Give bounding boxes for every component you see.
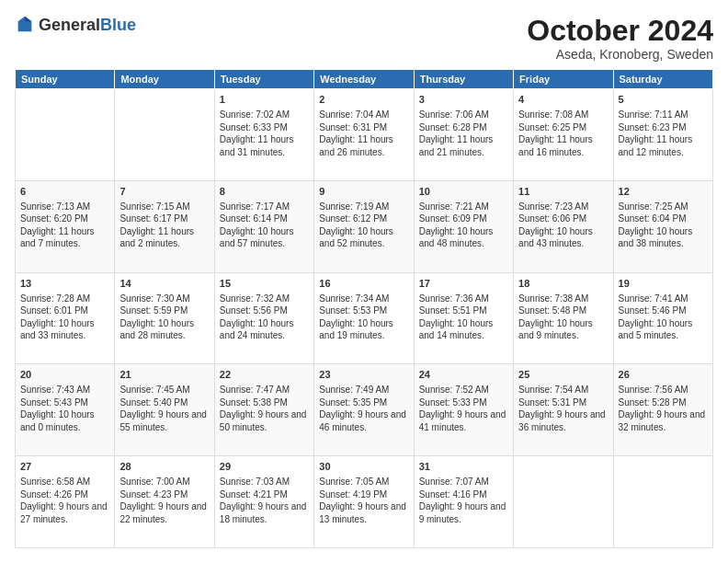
day-content: Sunset: 4:19 PM [319,488,408,501]
day-content: Sunrise: 7:43 AM [20,384,109,396]
day-content: Daylight: 10 hours and 57 minutes. [220,225,309,250]
logo-icon [15,15,35,35]
day-number: 17 [419,277,508,291]
day-number: 8 [220,185,309,199]
day-content: Sunset: 5:53 PM [319,304,408,317]
day-content: Sunset: 5:43 PM [20,396,109,409]
calendar-cell: 22Sunrise: 7:47 AMSunset: 5:38 PMDayligh… [214,364,313,456]
day-content: Sunset: 6:01 PM [20,304,109,317]
calendar-cell: 19Sunrise: 7:41 AMSunset: 5:46 PMDayligh… [613,272,712,364]
calendar-cell: 31Sunrise: 7:07 AMSunset: 4:16 PMDayligh… [414,456,513,548]
day-content: Sunrise: 7:52 AM [419,384,508,396]
day-content: Sunrise: 7:41 AM [619,293,708,305]
calendar-cell: 13Sunrise: 7:28 AMSunset: 6:01 PMDayligh… [16,272,115,364]
day-content: Daylight: 9 hours and 32 minutes. [619,408,708,433]
day-content: Daylight: 11 hours and 26 minutes. [319,133,408,158]
day-content: Sunrise: 7:02 AM [220,109,309,121]
day-content: Sunrise: 7:28 AM [20,293,109,305]
day-content: Daylight: 9 hours and 50 minutes. [220,408,309,433]
calendar-cell: 16Sunrise: 7:34 AMSunset: 5:53 PMDayligh… [314,272,414,364]
calendar-cell: 18Sunrise: 7:38 AMSunset: 5:48 PMDayligh… [514,272,613,364]
day-content: Sunrise: 7:32 AM [220,293,309,305]
day-number: 14 [119,277,209,291]
day-content: Daylight: 10 hours and 14 minutes. [419,317,508,342]
day-number: 16 [319,277,408,291]
day-number: 13 [20,277,109,291]
day-content: Sunrise: 7:23 AM [518,201,608,213]
day-content: Sunrise: 7:45 AM [119,384,209,396]
day-content: Sunset: 6:28 PM [419,121,508,134]
day-content: Sunrise: 7:56 AM [619,384,708,396]
day-content: Sunset: 6:25 PM [518,121,608,134]
day-content: Daylight: 10 hours and 33 minutes. [20,317,109,342]
calendar-week-1: 6Sunrise: 7:13 AMSunset: 6:20 PMDaylight… [16,180,713,272]
day-content: Sunrise: 7:21 AM [419,201,508,213]
day-content: Daylight: 9 hours and 55 minutes. [119,408,209,433]
calendar-week-0: 1Sunrise: 7:02 AMSunset: 6:33 PMDaylight… [16,89,713,181]
day-number: 7 [119,185,209,199]
calendar-cell: 14Sunrise: 7:30 AMSunset: 5:59 PMDayligh… [115,272,214,364]
calendar-header-row: SundayMondayTuesdayWednesdayThursdayFrid… [16,70,713,89]
day-content: Sunrise: 7:11 AM [619,109,708,121]
day-content: Sunrise: 7:47 AM [220,384,309,396]
day-number: 6 [20,185,109,199]
day-header-wednesday: Wednesday [314,70,414,89]
calendar-week-3: 20Sunrise: 7:43 AMSunset: 5:43 PMDayligh… [16,364,713,456]
calendar-cell: 6Sunrise: 7:13 AMSunset: 6:20 PMDaylight… [16,180,115,272]
day-content: Sunset: 5:31 PM [518,396,608,409]
day-content: Sunset: 4:16 PM [419,488,508,501]
calendar-table: SundayMondayTuesdayWednesdayThursdayFrid… [15,69,713,548]
day-content: Sunset: 6:23 PM [619,121,708,134]
calendar-week-2: 13Sunrise: 7:28 AMSunset: 6:01 PMDayligh… [16,272,713,364]
day-header-friday: Friday [514,70,613,89]
day-number: 25 [518,368,608,382]
day-content: Sunrise: 7:34 AM [319,293,408,305]
day-number: 29 [220,460,309,474]
month-title: October 2024 [527,15,713,47]
day-content: Sunset: 5:33 PM [419,396,508,409]
day-number: 3 [419,93,508,107]
day-content: Sunset: 6:12 PM [319,213,408,225]
day-header-tuesday: Tuesday [214,70,313,89]
logo-blue-text: Blue [100,16,136,34]
day-header-saturday: Saturday [613,70,712,89]
day-content: Daylight: 10 hours and 43 minutes. [518,225,608,250]
day-content: Daylight: 10 hours and 9 minutes. [518,317,608,342]
day-content: Daylight: 9 hours and 18 minutes. [220,500,309,525]
logo: GeneralBlue [15,15,136,35]
day-content: Sunset: 5:38 PM [220,396,309,409]
day-content: Daylight: 10 hours and 19 minutes. [319,317,408,342]
day-number: 4 [518,93,608,107]
day-content: Sunset: 6:06 PM [518,213,608,225]
day-number: 23 [319,368,408,382]
day-number: 31 [419,460,508,474]
day-content: Daylight: 10 hours and 38 minutes. [619,225,708,250]
day-content: Daylight: 10 hours and 28 minutes. [119,317,209,342]
day-content: Daylight: 9 hours and 46 minutes. [319,408,408,433]
day-content: Sunrise: 7:03 AM [220,476,309,488]
day-content: Sunset: 5:56 PM [220,304,309,317]
day-content: Sunset: 6:33 PM [220,121,309,134]
day-content: Daylight: 10 hours and 0 minutes. [20,408,109,433]
day-number: 30 [319,460,408,474]
day-header-monday: Monday [115,70,214,89]
day-number: 18 [518,277,608,291]
calendar-cell: 5Sunrise: 7:11 AMSunset: 6:23 PMDaylight… [613,89,712,181]
day-content: Sunset: 6:09 PM [419,213,508,225]
day-content: Daylight: 10 hours and 52 minutes. [319,225,408,250]
day-number: 20 [20,368,109,382]
day-content: Sunrise: 7:36 AM [419,293,508,305]
day-number: 19 [619,277,708,291]
day-number: 27 [20,460,109,474]
day-content: Sunset: 6:04 PM [619,213,708,225]
calendar-cell: 7Sunrise: 7:15 AMSunset: 6:17 PMDaylight… [115,180,214,272]
calendar-cell: 15Sunrise: 7:32 AMSunset: 5:56 PMDayligh… [214,272,313,364]
day-content: Sunset: 5:28 PM [619,396,708,409]
calendar-cell: 12Sunrise: 7:25 AMSunset: 6:04 PMDayligh… [613,180,712,272]
page: GeneralBlue October 2024 Aseda, Kronober… [0,0,728,563]
day-content: Daylight: 9 hours and 13 minutes. [319,500,408,525]
day-header-sunday: Sunday [16,70,115,89]
day-content: Sunrise: 7:49 AM [319,384,408,396]
title-block: October 2024 Aseda, Kronoberg, Sweden [527,15,713,62]
day-content: Sunrise: 7:15 AM [119,201,209,213]
